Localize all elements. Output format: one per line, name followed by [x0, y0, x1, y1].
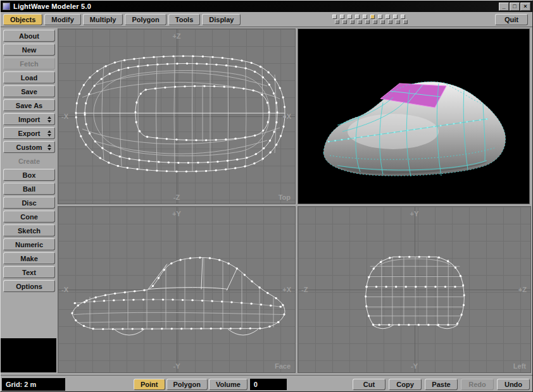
axis-label: +Y — [410, 210, 419, 217]
viewport-name-label: Left — [513, 362, 526, 370]
sidebar-button-import[interactable]: Import — [3, 113, 55, 125]
axis-label: -Z — [301, 286, 308, 293]
undo-button[interactable]: Undo — [497, 379, 530, 390]
app-window: LightWave Modeler 5.0 _ □ × Objects Modi… — [0, 0, 533, 392]
axis-label: -Y — [411, 362, 418, 370]
car-wireframe-side-view — [58, 207, 296, 373]
sidebar-button-load[interactable]: Load — [3, 71, 55, 83]
redo-button: Redo — [461, 379, 494, 390]
axis-label: +Y — [172, 210, 181, 217]
sidebar-button-import-label: Import — [18, 116, 40, 123]
sidebar-button-box[interactable]: Box — [3, 169, 55, 181]
window-title: LightWave Modeler 5.0 — [13, 3, 91, 10]
sidebar-button-fetch: Fetch — [3, 58, 55, 70]
sidebar-button-numeric[interactable]: Numeric — [3, 238, 55, 250]
status-bar: Grid: 2 m Point Polygon Volume 0 Cut Cop… — [1, 375, 532, 392]
layer-button-2[interactable] — [340, 15, 347, 24]
layer-button-5[interactable] — [363, 15, 370, 24]
sidebar-button-custom-label: Custom — [16, 144, 42, 151]
sidebar-button-disc[interactable]: Disc — [3, 197, 55, 209]
sidebar-button-new[interactable]: New — [3, 44, 55, 56]
mode-point-button[interactable]: Point — [134, 379, 165, 390]
layer-button-10[interactable] — [401, 15, 408, 24]
updown-arrow-icon — [47, 116, 51, 123]
copy-button[interactable]: Copy — [389, 379, 422, 390]
car-side-body-lines — [73, 258, 284, 323]
sidebar-button-make[interactable]: Make — [3, 252, 55, 264]
tab-polygon[interactable]: Polygon — [125, 14, 166, 25]
title-bar: LightWave Modeler 5.0 _ □ × — [1, 1, 532, 12]
viewport-face[interactable]: +Y -X +X -Y Face — [58, 206, 296, 373]
tab-multiply[interactable]: Multiply — [83, 14, 123, 25]
layer-preview-swatch — [1, 338, 56, 372]
axis-label: +X — [282, 113, 291, 120]
viewport-name-label: Top — [279, 193, 291, 201]
sidebar-button-save[interactable]: Save — [3, 85, 55, 97]
sidebar-button-custom[interactable]: Custom — [3, 141, 55, 153]
axis-label: -Z — [173, 193, 180, 201]
sidebar-button-save-as[interactable]: Save As — [3, 99, 55, 111]
car-top-vertices — [76, 56, 285, 172]
tab-tools[interactable]: Tools — [168, 14, 201, 25]
layer-buttons — [332, 15, 408, 24]
axis-label: -X — [61, 113, 68, 120]
mode-volume-button[interactable]: Volume — [209, 379, 248, 390]
app-icon — [3, 3, 10, 10]
axis-label: +Z — [172, 32, 180, 40]
window-controls: _ □ × — [499, 3, 530, 11]
sidebar-button-cone[interactable]: Cone — [3, 211, 55, 223]
layer-button-1[interactable] — [332, 15, 339, 24]
layer-button-3[interactable] — [348, 15, 354, 24]
viewport-name-label: Face — [275, 362, 291, 370]
car-front-sections — [366, 257, 465, 324]
maximize-icon[interactable]: □ — [510, 3, 520, 11]
updown-arrow-icon — [47, 130, 51, 137]
menu-bar: Objects Modify Multiply Polygon Tools Di… — [1, 12, 532, 27]
sidebar-button-sketch[interactable]: Sketch — [3, 224, 55, 236]
layer-button-8[interactable] — [386, 15, 392, 24]
layer-button-9[interactable] — [393, 15, 400, 24]
edit-actions: Cut Copy Paste Redo Undo — [353, 379, 530, 390]
tab-display[interactable]: Display — [202, 14, 241, 25]
sidebar-button-about[interactable]: About — [3, 30, 55, 42]
axis-label: -Y — [173, 362, 180, 370]
selection-count-display: 0 — [250, 379, 287, 390]
layer-button-4[interactable] — [355, 15, 362, 24]
sidebar-label-create: Create — [3, 155, 55, 167]
car-wireframe-top-view — [58, 29, 296, 204]
tab-objects[interactable]: Objects — [3, 14, 42, 25]
close-icon[interactable]: × — [520, 3, 530, 11]
selection-mode-group: Point Polygon Volume — [134, 379, 248, 390]
tab-modify[interactable]: Modify — [44, 14, 80, 25]
sidebar-button-export[interactable]: Export — [3, 127, 55, 139]
sidebar: About New Fetch Load Save Save As Import… — [1, 27, 58, 375]
sidebar-button-export-label: Export — [18, 130, 41, 137]
cut-button[interactable]: Cut — [353, 379, 386, 390]
car-top-longitudinals — [76, 73, 285, 154]
axis-label: +X — [282, 286, 291, 293]
car-wireframe-front-view — [298, 207, 531, 373]
viewport-top[interactable]: +Z -X +X -Z Top — [58, 28, 296, 204]
viewport-preview[interactable] — [298, 28, 530, 204]
layer-button-6[interactable] — [370, 15, 377, 24]
sidebar-button-text[interactable]: Text — [3, 266, 55, 278]
quit-button[interactable]: Quit — [495, 14, 528, 25]
car-side-vertices — [72, 258, 285, 329]
sidebar-button-options[interactable]: Options — [3, 280, 55, 292]
sidebar-button-ball[interactable]: Ball — [3, 183, 55, 195]
axis-label: -X — [61, 286, 68, 293]
viewport-left[interactable]: +Y -Z +Z -Y Left — [298, 206, 531, 373]
grid-size-display: Grid: 2 m — [2, 378, 65, 391]
updown-arrow-icon — [47, 144, 51, 150]
car-top-contours — [76, 56, 285, 172]
paste-button[interactable]: Paste — [425, 379, 458, 390]
car-shaded-preview — [298, 29, 530, 204]
mode-polygon-button[interactable]: Polygon — [166, 379, 208, 390]
car-side-outline — [72, 258, 285, 336]
layer-button-7[interactable] — [378, 15, 385, 24]
axis-label: +Z — [518, 286, 527, 293]
car-top-laterals — [102, 56, 276, 172]
minimize-icon[interactable]: _ — [499, 3, 509, 11]
